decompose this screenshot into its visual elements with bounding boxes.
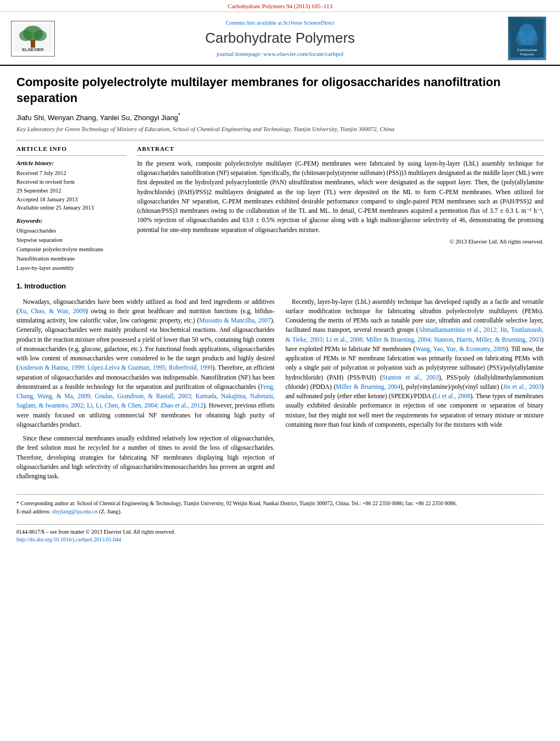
svg-point-8 [516, 31, 527, 46]
corresponding-star: * [178, 112, 180, 118]
copyright-text: 0144-8617/$ – see front matter © 2013 El… [16, 528, 544, 536]
email-link[interactable]: zhyjiang@tju.edu.cn [52, 508, 98, 514]
revised-date: 29 September 2012 [16, 186, 126, 195]
sciverse-line: Contents lists available at SciVerse Sci… [61, 19, 499, 27]
keyword-3: Composite polyelectrolyte membrane [16, 245, 126, 254]
ref-wang-2009[interactable]: Wang, Yao, Yue, & Economy, 2009 [415, 346, 506, 352]
journal-logo-icon: Carbohydrate Polymers [511, 19, 544, 58]
ref-feng-2009[interactable]: Feng, Chang, Wang, & Ma, 2009; Goulas, G… [16, 383, 275, 409]
elsevier-tree-icon: ELSEVIER [14, 24, 52, 52]
article-info-heading: ARTICLE INFO [16, 145, 126, 155]
abstract-heading: ABSTRACT [137, 145, 544, 155]
svg-text:Carbohydrate: Carbohydrate [517, 48, 538, 52]
accepted-date: Accepted 18 January 2013 [16, 195, 126, 204]
carbohydrate-polymers-logo: Carbohydrate Polymers [508, 16, 546, 60]
svg-text:ELSEVIER: ELSEVIER [22, 47, 44, 52]
received-date: Received 7 July 2012 [16, 169, 126, 178]
footnote-corresponding: * Corresponding author at: School of Che… [16, 499, 544, 507]
keywords-label: Keywords: [16, 217, 126, 225]
copyright-bar: 0144-8617/$ – see front matter © 2013 El… [16, 524, 544, 544]
intro-col-right: Recently, layer-by-layer (LbL) assembly … [286, 297, 544, 486]
ref-xu-2009[interactable]: Xu, Chao, & Wan, 2009 [19, 308, 86, 314]
doi-link[interactable]: http://dx.doi.org/10.1016/j.carbpol.2013… [16, 536, 544, 544]
ref-mussatto-2007[interactable]: Mussatto & Mancilha, 2007 [199, 317, 271, 324]
ref-ahmadian-2012[interactable]: Ahmadiannaminia et al., 2012; Jin, Toutl… [286, 326, 544, 342]
article-title: Composite polyelectrolyte multilayer mem… [16, 75, 544, 106]
homepage-link[interactable]: www.elsevier.com/locate/carbpol [263, 50, 344, 57]
abstract-text: In the present work, composite polyelect… [137, 159, 544, 235]
journal-title: Carbohydrate Polymers [61, 28, 499, 48]
footnote-email-line: E-mail address: zhyjiang@tju.edu.cn (Z. … [16, 507, 544, 516]
svg-point-9 [527, 31, 538, 46]
ref-stanton-2003[interactable]: Stanton et al., 2003 [382, 374, 439, 381]
authors: Jiafu Shi, Wenyan Zhang, Yanlei Su, Zhon… [16, 114, 178, 122]
intro-para-3: Recently, layer-by-layer (LbL) assembly … [286, 297, 544, 430]
intro-heading: 1. Introduction [16, 281, 544, 291]
intro-col-left: Nowadays, oligosaccharides have been wid… [16, 297, 275, 486]
abstract-column: ABSTRACT In the present work, composite … [137, 145, 544, 273]
intro-para-1: Nowadays, oligosaccharides have been wid… [16, 297, 275, 430]
keyword-1: Oligosaccharides [16, 227, 126, 236]
keywords-section: Keywords: Oligosaccharides Stepwise sepa… [16, 217, 126, 273]
journal-logo-right: Carbohydrate Polymers [505, 16, 549, 60]
intro-body: Nowadays, oligosaccharides have been wid… [16, 297, 544, 486]
svg-text:Polymers: Polymers [520, 53, 534, 56]
keyword-4: Nanofiltration membrane [16, 254, 126, 264]
svg-point-2 [19, 30, 32, 41]
svg-rect-4 [31, 40, 35, 48]
abstract-copyright: © 2013 Elsevier Ltd. All rights reserved… [137, 238, 544, 246]
sciverse-link[interactable]: SciVerse ScienceDirect [283, 20, 335, 26]
page-header: ELSEVIER Contents lists available at Sci… [0, 12, 560, 66]
ref-jin-2003[interactable]: Jin et al., 2003 [503, 383, 541, 390]
footnote-area: * Corresponding author at: School of Che… [16, 494, 544, 516]
ref-anderson-1999[interactable]: Anderson & Hanna, 1999; López-Leiva & Gu… [19, 364, 212, 371]
keyword-5: Layer-by-layer assembly [16, 264, 126, 273]
journal-homepage: journal homepage: www.elsevier.com/locat… [61, 50, 499, 58]
article-info-abstract: ARTICLE INFO Article history: Received 7… [16, 145, 544, 273]
ref-miller-2004[interactable]: Miller & Bruening, 2004 [336, 383, 400, 390]
article-info-column: ARTICLE INFO Article history: Received 7… [16, 145, 126, 273]
main-content: Composite polyelectrolyte multilayer mem… [0, 66, 560, 552]
article-history-label: Article history: [16, 159, 126, 167]
received-revised-label: Received in revised form [16, 178, 126, 186]
authors-line: Jiafu Shi, Wenyan Zhang, Yanlei Su, Zhon… [16, 112, 544, 123]
svg-point-3 [33, 30, 47, 41]
header-divider [16, 140, 544, 140]
journal-citation: Carbohydrate Polymers 94 (2013) 105–113 [228, 3, 332, 9]
ref-li-2008[interactable]: Li et al., 2008 [434, 393, 470, 399]
journal-bar: Carbohydrate Polymers 94 (2013) 105–113 [0, 0, 560, 12]
header-center: Contents lists available at SciVerse Sci… [61, 19, 499, 59]
available-date: Available online 25 January 2013 [16, 203, 126, 212]
affiliation: Key Laboratory for Green Technology of M… [16, 125, 544, 133]
elsevier-logo: ELSEVIER [11, 21, 55, 57]
intro-para-2: Since these commercial membranes usually… [16, 434, 275, 481]
introduction-section: 1. Introduction Nowadays, oligosaccharid… [16, 281, 544, 485]
keyword-2: Stepwise separation [16, 236, 126, 245]
